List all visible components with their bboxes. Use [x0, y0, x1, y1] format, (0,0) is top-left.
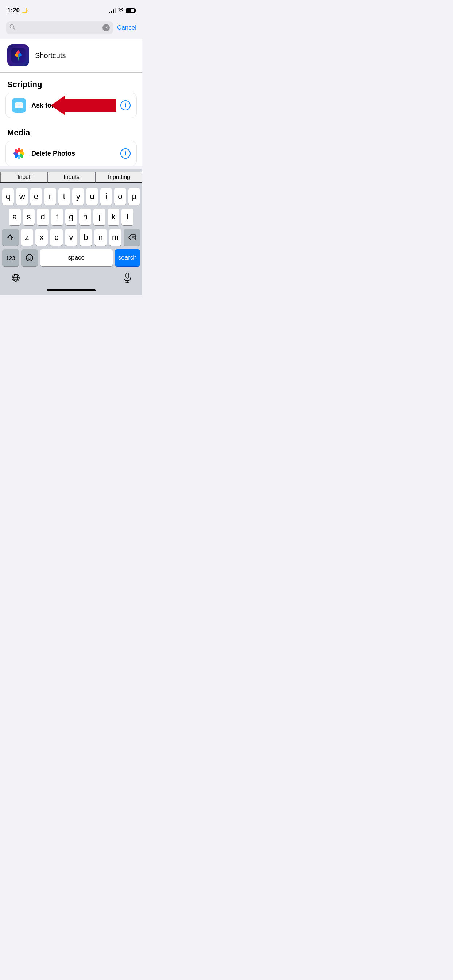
shortcuts-app-name: Shortcuts	[35, 51, 65, 60]
signal-icon	[109, 8, 116, 13]
key-h[interactable]: h	[79, 208, 91, 225]
key-m[interactable]: m	[109, 229, 121, 246]
shift-key[interactable]	[2, 229, 19, 246]
key-s[interactable]: s	[23, 208, 35, 225]
svg-point-20	[26, 255, 33, 261]
key-row-3: z x c v b n m	[2, 229, 140, 246]
delete-photos-info-button[interactable]: i	[120, 148, 131, 159]
key-q[interactable]: q	[2, 188, 14, 205]
delete-photos-name: Delete Photos	[31, 150, 115, 158]
key-b[interactable]: b	[80, 229, 92, 246]
key-x[interactable]: x	[35, 229, 48, 246]
clear-button[interactable]: ✕	[102, 24, 110, 31]
key-p[interactable]: p	[128, 188, 140, 205]
key-row-1: q w e r t y u i o p	[2, 188, 140, 205]
shortcuts-app-icon	[7, 45, 29, 66]
key-g[interactable]: g	[65, 208, 77, 225]
key-r[interactable]: r	[44, 188, 56, 205]
globe-icon[interactable]	[11, 273, 21, 285]
status-bar: 1:20 🌙	[0, 0, 142, 18]
key-t[interactable]: t	[58, 188, 70, 205]
key-e[interactable]: e	[30, 188, 42, 205]
key-l[interactable]: l	[121, 208, 134, 225]
moon-icon: 🌙	[22, 8, 28, 13]
key-d[interactable]: d	[37, 208, 49, 225]
content-area: Shortcuts Scripting + Ask for Input i Me…	[0, 39, 142, 166]
keyboard-rows: q w e r t y u i o p a s d f g h j k l	[0, 186, 142, 266]
wifi-icon	[118, 8, 124, 13]
home-indicator	[47, 290, 96, 291]
svg-point-22	[30, 257, 31, 258]
emoji-key[interactable]	[21, 250, 38, 266]
cancel-button[interactable]: Cancel	[117, 24, 136, 31]
numbers-key[interactable]: 123	[2, 250, 19, 266]
search-bar[interactable]: Ask for Input ✕	[6, 21, 113, 34]
search-key[interactable]: search	[115, 250, 140, 266]
search-container: Ask for Input ✕ Cancel	[0, 18, 142, 39]
key-y[interactable]: y	[72, 188, 84, 205]
svg-rect-28	[126, 273, 129, 278]
delete-photos-icon	[12, 146, 26, 161]
key-w[interactable]: w	[16, 188, 28, 205]
media-section-title: Media	[0, 121, 142, 141]
keyboard-area: "Input" Inputs Inputting q w e r t y u i…	[0, 169, 142, 295]
mic-icon[interactable]	[123, 273, 131, 285]
ask-for-input-icon: +	[12, 98, 26, 113]
key-v[interactable]: v	[65, 229, 77, 246]
predictive-item-3[interactable]: Inputting	[95, 172, 142, 183]
key-u[interactable]: u	[86, 188, 98, 205]
status-icons	[109, 8, 135, 13]
scripting-section-title: Scripting	[0, 73, 142, 93]
shortcuts-header: Shortcuts	[0, 39, 142, 72]
key-n[interactable]: n	[94, 229, 107, 246]
key-z[interactable]: z	[21, 229, 33, 246]
svg-point-21	[28, 257, 29, 258]
svg-point-17	[18, 152, 21, 155]
key-a[interactable]: a	[9, 208, 21, 225]
delete-key[interactable]	[124, 229, 140, 246]
svg-line-1	[13, 28, 15, 30]
red-arrow	[51, 95, 116, 116]
key-o[interactable]: o	[114, 188, 126, 205]
ask-for-input-info-button[interactable]: i	[120, 100, 131, 110]
svg-text:+: +	[18, 102, 21, 108]
key-row-4: 123 space search	[2, 250, 140, 266]
key-k[interactable]: k	[108, 208, 120, 225]
time-display: 1:20	[7, 7, 20, 14]
delete-photos-item[interactable]: Delete Photos i	[6, 141, 136, 166]
battery-icon	[126, 8, 135, 13]
search-icon	[10, 24, 15, 31]
key-row-2: a s d f g h j k l	[2, 208, 140, 225]
key-i[interactable]: i	[100, 188, 112, 205]
status-time: 1:20 🌙	[7, 7, 28, 14]
ask-for-input-item[interactable]: + Ask for Input i	[6, 93, 136, 118]
predictive-item-2[interactable]: Inputs	[48, 172, 95, 183]
svg-marker-7	[51, 95, 116, 116]
key-f[interactable]: f	[51, 208, 63, 225]
bottom-bar	[0, 270, 142, 287]
key-j[interactable]: j	[93, 208, 105, 225]
search-input[interactable]: Ask for Input	[18, 24, 100, 31]
space-key[interactable]: space	[40, 250, 113, 266]
predictive-item-1[interactable]: "Input"	[0, 172, 48, 183]
predictive-bar: "Input" Inputs Inputting	[0, 169, 142, 186]
key-c[interactable]: c	[50, 229, 62, 246]
